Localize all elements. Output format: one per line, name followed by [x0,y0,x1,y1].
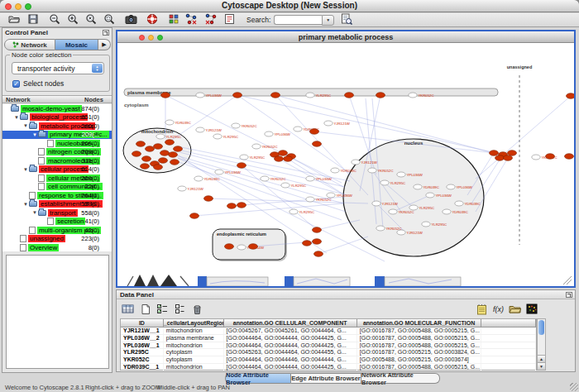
open-folder-icon[interactable] [7,12,21,26]
gene-node-selected-red[interactable] [154,165,163,170]
new-attribute-icon[interactable] [138,303,152,316]
attribute-table-icon[interactable] [121,303,135,316]
expander-icon[interactable]: ▼ [31,132,38,137]
gene-node-selected-red[interactable] [376,93,385,98]
tree-row[interactable]: ▼primary metabolic...209(... [2,131,112,140]
gene-node-white[interactable] [178,186,186,191]
gene-node-white[interactable] [196,93,204,98]
tree-row[interactable]: ▼biological_process651(0) [2,113,112,122]
gene-node-selected-red[interactable] [237,203,246,208]
gene-node-white[interactable] [194,176,203,181]
gene-node-selected-red[interactable] [310,129,319,135]
gene-node-white[interactable] [443,209,451,214]
zoom-selected-icon[interactable] [102,12,116,26]
gene-node-selected-red[interactable] [303,241,312,246]
scrollbar-thumb[interactable] [538,320,544,335]
gene-node-white[interactable] [165,120,174,125]
table-row[interactable]: YLR295Ccytoplasm[GO:0045263, GO:0044464,… [121,349,536,356]
edit-network-2-icon[interactable] [203,12,218,26]
tree-row[interactable]: nitrogen compo...209(0) [2,148,112,157]
gene-node-selected-red[interactable] [225,244,234,250]
gene-node-white[interactable] [265,131,273,136]
search-input[interactable] [274,15,322,25]
gene-node-selected-red[interactable] [313,227,322,233]
gene-node-selected-red[interactable] [508,151,517,156]
gene-node-white[interactable] [261,176,269,181]
gene-node-selected-red[interactable] [504,155,513,161]
search-dropdown-button[interactable]: ▼ [322,15,334,26]
table-row[interactable]: YJR121W__1mitochondrion[GO:0045267, GO:0… [121,327,536,335]
gene-node-selected-red[interactable] [174,146,183,152]
gene-node-selected-red[interactable] [567,93,575,99]
tab-overflow-arrow[interactable]: ▶ [98,39,111,50]
gene-node-white[interactable] [281,183,290,188]
delete-attribute-icon[interactable] [190,303,204,316]
gene-node-selected-red[interactable] [165,140,175,146]
gene-node-white[interactable] [294,127,302,131]
gene-node-white[interactable] [215,170,223,174]
gene-node-selected-red[interactable] [190,213,199,219]
gene-node-white[interactable] [397,172,405,177]
gene-node-white[interactable] [372,201,380,206]
tree-row[interactable]: ▼metabolic process280(0) [2,122,112,131]
gene-node-white[interactable] [324,121,333,126]
tree-row[interactable]: secretion41(0) [2,218,112,227]
gene-node-white[interactable] [240,155,248,160]
gene-node-selected-red[interactable] [490,151,499,156]
tab-node-attribute-browser[interactable]: Node Attribute Browser [225,373,291,384]
select-attributes-icon[interactable] [156,303,170,316]
gene-node-white[interactable] [331,168,339,173]
gene-node-selected-red[interactable] [227,203,237,209]
gene-node-white[interactable] [196,127,204,132]
gene-node-white[interactable] [237,245,246,250]
gene-node-white[interactable] [414,184,422,189]
gene-node-white[interactable] [397,230,405,235]
gene-node-white[interactable] [409,93,417,98]
zoom-out-icon[interactable] [47,12,61,26]
expander-icon[interactable]: ▼ [22,123,29,128]
tree-row[interactable]: macromolecule...311(0) [2,156,112,165]
gene-node-white[interactable] [455,201,463,206]
gene-node-selected-red[interactable] [159,158,168,164]
tree-row[interactable]: ▼cellular process614(0) [2,165,112,174]
column-header[interactable]: annotation.GO CELLULAR_COMPONENT [224,319,357,327]
gene-node-white[interactable] [306,93,314,98]
select-nodes-checkbox[interactable]: ✓ Select nodes [12,79,64,88]
canvas-resize-grip[interactable] [563,276,572,284]
expander-icon[interactable]: ▼ [13,115,20,120]
gene-node-white[interactable] [380,180,389,185]
unselect-attributes-icon[interactable] [173,303,187,316]
table-scrollbar[interactable]: ▲ ▼ [537,318,546,370]
table-row[interactable]: YPL036W__2plasma membrane[GO:0044464, GO… [121,335,536,342]
scroll-up-button[interactable]: ▲ [538,355,545,362]
gene-node-selected-red[interactable] [154,144,163,150]
tab-network-attribute-browser[interactable]: Network Attribute Browser [361,373,440,384]
gene-node-selected-red[interactable] [314,251,323,257]
column-header[interactable]: _cellularLayoutRegion [164,319,224,327]
control-panel-float-icon[interactable] [103,30,109,36]
annotation-icon[interactable] [223,12,237,26]
network-frame-titlebar[interactable]: primary metabolic process [117,31,574,43]
gene-node-selected-red[interactable] [170,160,179,165]
tab-edge-attribute-browser[interactable]: Edge Attribute Browser [291,373,361,384]
gene-node-selected-red[interactable] [169,152,178,158]
gene-node-white[interactable] [426,193,434,198]
expander-icon[interactable]: ▼ [22,202,29,207]
column-header-filler[interactable] [481,319,536,327]
tree-row[interactable]: nucleobase-...209(0) [2,139,112,148]
edit-network-1-icon[interactable] [184,12,199,26]
gene-node-white[interactable] [389,209,397,214]
gene-node-selected-red[interactable] [146,146,155,152]
tree-row[interactable]: mosaic-demo-yeast874(0) [2,104,112,113]
data-panel-float-icon[interactable] [566,292,572,298]
gene-node-selected-red[interactable] [136,141,146,147]
expander-icon[interactable]: ▼ [22,167,29,172]
gene-node-selected-red[interactable] [233,93,242,98]
gene-node-white[interactable] [352,160,360,165]
snapshot-icon[interactable] [124,12,138,26]
tree-row[interactable]: cell communicat...22(0) [2,183,112,192]
column-header[interactable]: annotation.GO MOLECULAR_FUNCTION [357,319,481,327]
gene-node-white[interactable] [252,144,261,149]
notepad-icon[interactable] [475,303,489,316]
gene-node-white[interactable] [376,226,385,231]
